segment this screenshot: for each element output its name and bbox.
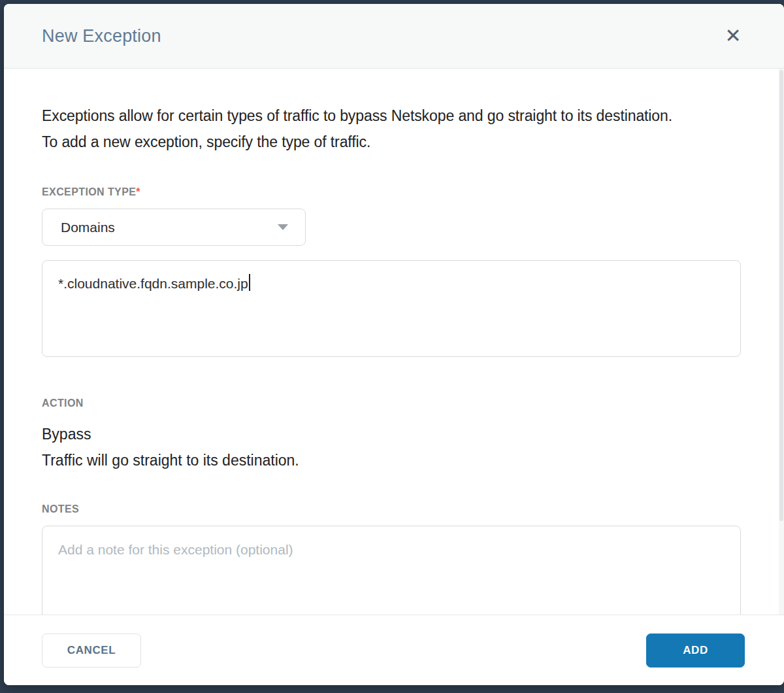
text-cursor xyxy=(249,274,250,291)
action-value: Bypass xyxy=(42,421,740,447)
close-button[interactable]: ✕ xyxy=(720,23,746,49)
chevron-down-icon xyxy=(278,224,288,230)
action-label: ACTION xyxy=(42,397,740,409)
scrollbar-thumb[interactable] xyxy=(779,70,783,521)
exception-type-label: EXCEPTION TYPE* xyxy=(42,186,740,198)
dialog-header: New Exception ✕ xyxy=(4,4,784,69)
dialog-body: Exceptions allow for certain types of tr… xyxy=(4,69,784,615)
new-exception-dialog: New Exception ✕ Exceptions allow for cer… xyxy=(4,4,784,685)
close-icon: ✕ xyxy=(725,26,741,46)
domains-input-value: *.cloudnative.fqdn.sample.co.jp xyxy=(58,276,248,291)
notes-label: NOTES xyxy=(42,503,740,515)
scrollbar[interactable] xyxy=(779,69,784,615)
exception-type-label-text: EXCEPTION TYPE xyxy=(42,186,136,197)
add-button[interactable]: ADD xyxy=(646,634,745,668)
exception-type-dropdown[interactable]: Domains xyxy=(42,209,306,246)
dialog-description: Exceptions allow for certain types of tr… xyxy=(42,103,685,155)
notes-input[interactable] xyxy=(42,526,741,615)
domains-input[interactable]: *.cloudnative.fqdn.sample.co.jp xyxy=(42,260,741,357)
action-description: Traffic will go straight to its destinat… xyxy=(42,447,740,473)
page-title: New Exception xyxy=(42,26,161,46)
exception-type-selected-value: Domains xyxy=(61,220,278,235)
dialog-footer: CANCEL ADD xyxy=(4,615,784,685)
cancel-button[interactable]: CANCEL xyxy=(42,634,141,668)
required-asterisk: * xyxy=(136,186,140,197)
